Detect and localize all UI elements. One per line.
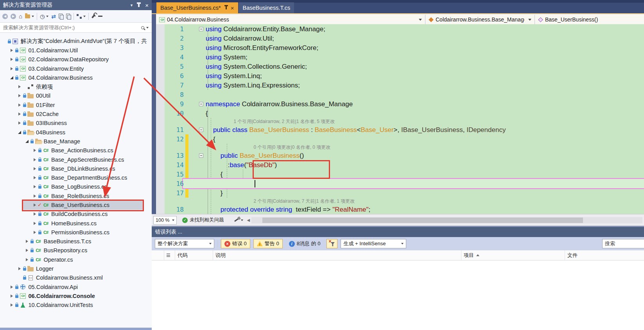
show-all-files-icon[interactable] [66,14,71,19]
tree-item-04-coldairarrow-business[interactable]: C#04.Coldairarrow.Business [0,73,152,82]
expand-arrow-icon[interactable] [9,285,14,289]
home-icon[interactable]: ⌂ [19,13,22,19]
expand-arrow-icon[interactable] [32,167,37,170]
fold-collapse-icon[interactable] [184,102,206,106]
tree-item-01filter[interactable]: 01Filter [0,100,152,109]
tree-item-busrepository-cs[interactable]: C#BusRepository.cs [0,246,152,255]
expand-arrow-icon[interactable] [9,58,14,61]
tree-item-10-coldairarrow-unittests[interactable]: 10.Coldairarrow.UnitTests [0,301,152,310]
fold-collapse-icon[interactable] [184,27,206,31]
tree-item-base-appsecretbusiness-cs[interactable]: C#Base_AppSecretBusiness.cs [0,155,152,164]
fold-collapse-icon[interactable] [184,153,206,158]
code-line-2[interactable]: 2using Coldairarrow.Util; [156,34,644,43]
tree-item-06-coldairarrow-console[interactable]: C#06.Coldairarrow.Console [0,291,152,300]
severity-column-header[interactable] [164,250,175,260]
pin-icon[interactable] [138,4,140,7]
expand-arrow-icon[interactable] [32,176,37,179]
expand-arrow-icon[interactable] [17,121,22,125]
code-line-10[interactable]: 10{ [156,109,644,118]
tree-item-homebusiness-cs[interactable]: C#HomeBusiness.cs [0,219,152,228]
error-list-search-input[interactable]: 搜索 [602,239,644,248]
tree-item-02cache[interactable]: 02Cache [0,109,152,118]
type-dropdown[interactable]: Coldairarrow.Business.Base_Manage.Base_U… [425,15,535,24]
close-icon[interactable]: × [145,2,149,8]
code-line-11[interactable]: 11 public class Base_UserBusiness : Base… [156,125,644,134]
pending-changes-filter-icon[interactable]: ◷ [40,14,48,19]
code-line-14[interactable]: 14 :base("BaseDb") [156,160,644,169]
tree-item-base-logbusiness-cs[interactable]: C#Base_LogBusiness.cs [0,182,152,191]
code-column-header[interactable]: 代码 [175,250,213,260]
solution-explorer-titlebar[interactable]: 解决方案资源管理器 ▾ × [0,0,152,10]
expand-arrow-icon[interactable] [9,67,14,70]
tree-item-item[interactable]: 依赖项 [0,82,152,91]
scroll-left-arrow-icon[interactable]: ◀ [247,218,250,222]
project-column-header[interactable]: 项目 [461,250,565,260]
tree-item-coldairarrow-business-xml[interactable]: <>Coldairarrow.Business.xml [0,273,152,282]
switch-views-icon[interactable] [25,14,34,18]
expand-arrow-icon[interactable] [25,240,30,243]
code-line-12[interactable]: 12 { [156,134,644,144]
tree-item-05-coldairarrow-api[interactable]: 05.Coldairarrow.Api [0,282,152,291]
preview-selected-items-icon[interactable] [59,14,63,19]
error-list-titlebar[interactable]: 错误列表 ... [152,227,644,237]
expand-arrow-icon[interactable] [25,140,30,143]
tree-item-01-coldairarrow-util[interactable]: C#01.Coldairarrow.Util [0,46,152,55]
expand-arrow-icon[interactable] [9,49,14,52]
code-line-6[interactable]: 6using System.Linq; [156,71,644,80]
expand-arrow-icon[interactable] [32,194,37,198]
code-line-17[interactable]: 17 } [156,188,644,198]
errors-filter-button[interactable]: × 错误 0 [221,239,250,248]
tree-item-logger[interactable]: Logger [0,264,152,273]
horizontal-scrollbar-thumb[interactable] [262,218,583,223]
tree-item-base-manage[interactable]: Base_Manage [0,137,152,146]
code-line-7[interactable]: 7using System.Linq.Expressions; [156,80,644,90]
error-list-body[interactable] [152,260,644,330]
code-cleanup-chevron-icon[interactable] [241,219,243,221]
description-column-header[interactable]: 说明 [213,250,461,260]
expand-arrow-icon[interactable] [17,94,22,97]
expand-arrow-icon[interactable] [32,222,37,225]
sync-with-active-document-icon[interactable]: ⇄ [51,14,56,19]
tree-item-04business[interactable]: 04Business [0,128,152,137]
tree-item-buildcodebusiness-cs[interactable]: C#BuildCodeBusiness.cs [0,210,152,219]
tree-item-03ibusiness[interactable]: 03IBusiness [0,119,152,128]
close-tab-icon[interactable]: × [231,5,234,11]
sync-selection-icon[interactable] [77,14,86,19]
warnings-filter-button[interactable]: ! 警告 0 [253,239,283,248]
tree-item-permissionbusiness-cs[interactable]: C#PermissionBusiness.cs [0,228,152,237]
tree-item-03-coldairarrow-entity[interactable]: C#03.Coldairarrow.Entity [0,64,152,73]
expand-arrow-icon[interactable] [32,203,37,207]
expand-arrow-icon[interactable] [9,303,14,307]
codelens-info[interactable]: 2 个引用|Coldairarrow, 7 天前|1 名作者, 1 项更改 [156,198,644,205]
expand-arrow-icon[interactable] [17,131,22,134]
code-line-9[interactable]: 9namespace Coldairarrow.Business.Base_Ma… [156,99,644,109]
pane-splitter[interactable] [152,14,156,227]
search-options-chevron-icon[interactable] [146,27,149,29]
code-line-15[interactable]: 15 { [156,169,644,179]
tree-item-colder-admin-antdvue-7[interactable]: 解决方案"Colder.Admin.AntdVue"(第 7 个项目，共 [0,37,152,46]
tree-item-base-actionbusiness-cs[interactable]: C#Base_ActionBusiness.cs [0,146,152,155]
expand-arrow-icon[interactable] [17,103,22,107]
expand-arrow-icon[interactable] [9,294,14,298]
code-cleanup-broom-icon[interactable] [234,218,239,222]
tree-item-base-userbusiness-cs[interactable]: ✓C#Base_UserBusiness.cs [0,200,152,209]
tree-item-00util[interactable]: 00Util [0,91,152,100]
expand-arrow-icon[interactable] [32,149,37,152]
search-icon[interactable] [141,26,144,29]
expand-arrow-icon[interactable] [32,231,37,234]
code-line-5[interactable]: 5using System.Collections.Generic; [156,62,644,71]
tab-base-userbusiness[interactable]: Base_UserBusiness.cs* × [156,2,238,13]
zoom-level-dropdown[interactable]: 100 % [153,216,177,225]
member-dropdown[interactable]: Base_UserBusiness() [535,15,644,24]
tree-item-base-dblinkbusiness-cs[interactable]: C#Base_DbLinkBusiness.cs [0,164,152,173]
expand-arrow-icon[interactable] [17,85,22,88]
tree-item-basebusiness-t-cs[interactable]: C#BaseBusiness.T.cs [0,237,152,246]
back-icon[interactable]: ◀ [2,14,8,19]
messages-filter-button[interactable]: i 8消息 的 0 [286,239,324,248]
fold-collapse-icon[interactable] [184,128,206,132]
codelens-info[interactable]: 1 个引用|Coldairarrow, 2 天前|1 名作者, 5 项更改 [156,118,644,125]
code-line-3[interactable]: 3using Microsoft.EntityFrameworkCore; [156,43,644,52]
project-dropdown[interactable]: C# 04.Coldairarrow.Business [156,15,425,24]
row-handle-column-header[interactable] [152,250,164,260]
properties-wrench-icon[interactable] [91,14,95,18]
